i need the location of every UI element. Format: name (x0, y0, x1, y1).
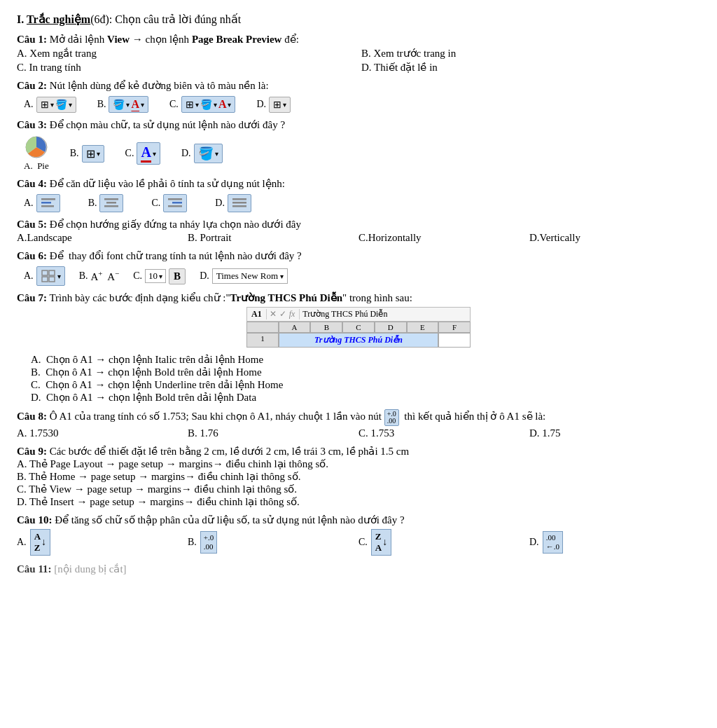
section-header: I. Trắc nghiệm(6đ): Chọn câu trả lời đún… (17, 13, 700, 26)
q2-b: B. 🪣 ▾ A ▾ (97, 96, 148, 113)
section-title: Trắc nghiệm (27, 13, 90, 25)
q6-d: D. Times New Rom ▾ (200, 268, 288, 284)
cell-ref: A1 (251, 309, 267, 320)
formula-fx: fx (289, 309, 300, 320)
q2-text: Câu 2: Nút lệnh dùng để kẻ đường biên và… (17, 79, 700, 92)
q4-a-btn (36, 194, 60, 212)
svg-rect-13 (42, 270, 48, 275)
paint2-icon: 🪣 (198, 146, 214, 161)
q2-a: A. ⊞ ▾ 🪣 ▾ (24, 97, 76, 113)
dropdown-icon13: ▾ (159, 273, 162, 280)
q8-a: A. 1.7530 (17, 427, 188, 439)
svg-rect-4 (104, 198, 118, 200)
merged-cell-a1: Trường THCS Phú Diễn (279, 333, 438, 348)
dropdown-icon2: ▾ (69, 101, 72, 109)
dropdown-icon12: ▾ (57, 273, 61, 280)
q2-b-btn: 🪣 ▾ A ▾ (109, 96, 148, 113)
svg-rect-9 (168, 205, 182, 207)
q6-a-btn: ▾ (36, 266, 65, 286)
q4-b-label: B. (88, 198, 97, 209)
q10-b: B. +.0.00 (188, 531, 358, 554)
q3-c-label: C. (125, 148, 134, 159)
question-8: Câu 8: Ô A1 của trang tính có số 1.753; … (17, 409, 700, 439)
q5-a: A.Landscape (17, 232, 188, 244)
q3-d-label: D. (181, 148, 191, 159)
dropdown-icon5: ▾ (195, 101, 199, 109)
q1-d-label: D. Thiết đặt lề in (361, 61, 438, 74)
q6-c-label: C. (133, 270, 142, 282)
q10-a-label: A. (17, 537, 27, 548)
dropdown-icon10: ▾ (153, 150, 156, 158)
q5-d: D.Vertically (529, 232, 700, 244)
bottom-partial: Câu 11: [nội dung bị cắt] (17, 563, 700, 575)
q10-d-label: D. (529, 537, 539, 548)
svg-rect-11 (232, 202, 246, 204)
dropdown-icon6: ▾ (214, 101, 217, 109)
q7-c: C. Chọn ô A1 → chọn lệnh Underline trên … (31, 378, 700, 391)
svg-rect-10 (232, 198, 246, 200)
q1-text: Câu 1: Mở dải lệnh View → chọn lệnh Page… (17, 33, 700, 46)
svg-rect-8 (172, 202, 182, 204)
q1-a: A. Xem ngắt trang (17, 47, 358, 60)
q10-b-btn: +.0.00 (200, 531, 217, 554)
col-header-c: C (342, 322, 375, 333)
q10-b-label: B. (188, 537, 197, 548)
q8-b: B. 1.76 (188, 427, 358, 439)
paint-icon: 🪣 (55, 99, 67, 111)
align-left-active-icon (41, 197, 56, 210)
align-center-icon (104, 197, 119, 210)
q9-a: A. Thẻ Page Layout → page setup → margin… (17, 458, 700, 470)
q5-b: B. Portrait (188, 232, 358, 244)
q6-b-text: A+ A− (90, 269, 119, 283)
svg-rect-2 (41, 202, 51, 204)
q9-d: D. Thẻ Insert → page setup → margins→ đi… (17, 495, 700, 508)
az-icon: AZ (34, 531, 41, 554)
question-10: Câu 10: Để tăng số chữ số thập phân của … (17, 514, 700, 556)
q6-d-label: D. (200, 270, 209, 282)
q6-a: A. ▾ (24, 266, 65, 286)
q4-c-label: C. (151, 198, 160, 209)
svg-rect-7 (168, 198, 182, 200)
dropdown-icon4: ▾ (141, 101, 144, 109)
q4-c: C. (151, 194, 187, 212)
q1-b-label: B. Xem trước trang in (361, 47, 456, 60)
q7-answers: A. Chọn ô A1 → chọn lệnh Italic trên dải… (31, 353, 700, 404)
q8-c: C. 1.753 (358, 427, 529, 439)
q7-b: B. Chọn ô A1 → chọn lệnh Bold trên dải l… (31, 366, 700, 378)
q2-c: C. ⊞ ▾ 🪣 ▾ A ▾ (169, 96, 235, 113)
q6-c: C. 10 ▾ B (133, 268, 186, 284)
q4-c-btn (163, 194, 187, 212)
col-header-d: D (375, 322, 407, 333)
q10-answers: A. AZ ↓ B. +.0.00 C. ZA ↓ D. .00←.0 (17, 529, 700, 556)
q7-a: A. Chọn ô A1 → chọn lệnh Italic trên dải… (31, 353, 700, 366)
q10-a: A. AZ ↓ (17, 529, 188, 556)
formula-check: ✓ (279, 309, 286, 320)
q7-d: D. Chọn ô A1 → chọn lệnh Bold trên dải l… (31, 391, 700, 404)
formula-x: ✕ (270, 309, 277, 320)
q3-a-label: A. Pie (24, 160, 49, 172)
q9-b: B. Thẻ Home → page setup → margins→ điều… (17, 470, 700, 483)
question-7: Câu 7: Trình bày các bước định dạng kiểu… (17, 291, 700, 404)
question-9: Câu 9: Các bước để thiết đặt lề trên bằn… (17, 445, 700, 508)
plus-decimal-icon: +.0.00 (387, 411, 396, 425)
section-desc: (6đ): Chọn câu trả lời đúng nhất (90, 13, 241, 25)
q4-d-label: D. (215, 198, 225, 209)
borders-icon-c: ⊞ (186, 99, 194, 111)
table-icon: ⊞ (86, 147, 95, 160)
paint-icon-c: 🪣 (200, 99, 212, 111)
q1-d: D. Thiết đặt lề in (361, 61, 703, 74)
q2-d-label: D. (256, 99, 266, 110)
dropdown-icon11: ▾ (215, 150, 218, 158)
q6-b-label: B. (79, 270, 88, 282)
down-arrow2-icon: ↓ (382, 537, 387, 548)
q9-text: Câu 9: Các bước để thiết đặt lề trên bằn… (17, 445, 700, 458)
q2-c-btn: ⊞ ▾ 🪣 ▾ A ▾ (181, 96, 236, 113)
q6-text: Câu 6: Để thay đổi font chữ trang tính t… (17, 249, 700, 262)
color-a-icon: A (131, 98, 139, 111)
svg-rect-3 (41, 205, 54, 207)
q4-b-btn (99, 194, 123, 212)
q4-a: A. (24, 194, 60, 212)
svg-rect-1 (41, 198, 55, 200)
q3-d: D. 🪣 ▾ (181, 144, 223, 163)
borders-icon-d: ⊞ (273, 99, 281, 111)
